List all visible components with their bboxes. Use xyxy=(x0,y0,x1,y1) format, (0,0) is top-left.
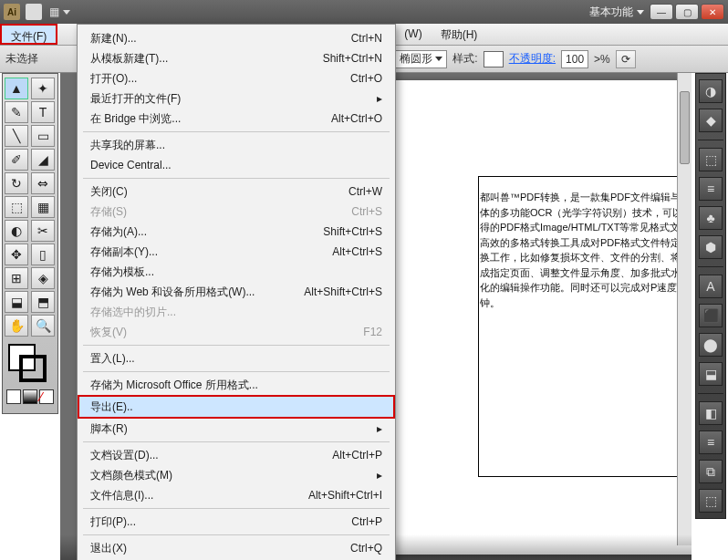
menu-item-label: 存储为 Web 和设备所用格式(W)... xyxy=(90,285,304,300)
recolor-artwork-icon[interactable]: ⟳ xyxy=(616,50,636,68)
menu-item[interactable]: 共享我的屏幕... xyxy=(78,135,395,155)
menu-item-label: 退出(X) xyxy=(90,541,350,556)
menu-item[interactable]: 存储副本(Y)...Alt+Ctrl+S xyxy=(78,242,395,262)
menu-item-label: 新建(N)... xyxy=(90,31,351,47)
minimize-button[interactable]: — xyxy=(650,4,673,20)
tool-button[interactable]: ╲ xyxy=(5,125,28,147)
vertical-scrollbar[interactable] xyxy=(677,73,692,545)
menu-item[interactable]: 置入(L)... xyxy=(78,348,395,368)
menu-separator xyxy=(83,345,390,346)
menu-item[interactable]: 打开(O)...Ctrl+O xyxy=(78,68,395,88)
tool-button[interactable]: ◢ xyxy=(31,149,55,171)
document-tab-icon[interactable] xyxy=(26,4,42,20)
panel-icon[interactable]: ♣ xyxy=(699,206,723,230)
menu-item-label: 置入(L)... xyxy=(90,351,382,367)
fill-stroke-swatch[interactable] xyxy=(5,344,56,384)
menu-item[interactable]: 打印(P)...Ctrl+P xyxy=(78,512,395,532)
style-swatch[interactable] xyxy=(484,51,504,67)
menu-item-label: 从模板新建(T)... xyxy=(90,51,323,67)
panel-icon[interactable]: ⧉ xyxy=(699,460,723,483)
panel-icon[interactable]: ⬚ xyxy=(699,148,723,171)
menu-item[interactable]: 导出(E).. xyxy=(78,395,395,419)
menu-item[interactable]: 存储为 Web 和设备所用格式(W)...Alt+Shift+Ctrl+S xyxy=(78,282,395,302)
tool-button[interactable]: ⇔ xyxy=(31,172,55,194)
menu-item[interactable]: 最近打开的文件(F)▸ xyxy=(78,88,395,109)
stroke-profile-field[interactable]: 椭圆形 xyxy=(395,50,447,68)
panel-icon[interactable]: ◧ xyxy=(699,401,723,425)
tool-button[interactable]: ✎ xyxy=(5,101,28,123)
opacity-label[interactable]: 不透明度: xyxy=(509,51,556,67)
tool-button[interactable]: ✋ xyxy=(5,315,28,337)
menu-item[interactable]: 存储为(A)...Shift+Ctrl+S xyxy=(78,222,395,242)
menu-window[interactable]: (W) xyxy=(395,24,431,45)
panel-icon[interactable]: ◑ xyxy=(699,79,723,103)
chevron-down-icon xyxy=(63,10,70,15)
tool-button[interactable]: ⬚ xyxy=(5,196,28,218)
color-mode-icon[interactable] xyxy=(6,389,21,404)
tool-button[interactable]: ✐ xyxy=(5,149,28,171)
menu-item[interactable]: 退出(X)Ctrl+Q xyxy=(78,538,395,558)
none-mode-icon[interactable]: ⁄ xyxy=(39,389,54,404)
arrange-documents-button[interactable]: ▦ xyxy=(49,5,70,18)
app-logo-icon: Ai xyxy=(4,4,20,20)
menu-separator xyxy=(83,508,390,509)
tool-button[interactable]: ⬒ xyxy=(31,291,55,313)
menu-help[interactable]: 帮助(H) xyxy=(432,24,487,45)
panel-icon[interactable]: ⬛ xyxy=(699,304,723,327)
opacity-field[interactable]: 100 xyxy=(561,50,588,68)
menu-item[interactable]: 从模板新建(T)...Shift+Ctrl+N xyxy=(78,48,395,68)
chevron-down-icon xyxy=(637,10,644,15)
panel-icon[interactable]: ≡ xyxy=(699,177,723,201)
panel-icon[interactable]: ⬓ xyxy=(699,362,723,386)
tool-button[interactable]: ◈ xyxy=(31,267,55,289)
tool-button[interactable]: ▯ xyxy=(31,244,55,265)
menu-item-label: 文档设置(D)... xyxy=(90,448,332,463)
menu-separator xyxy=(83,178,390,179)
tool-button[interactable]: ✦ xyxy=(31,78,55,99)
menu-item[interactable]: 存储为 Microsoft Office 所用格式... xyxy=(78,375,395,395)
menu-item[interactable]: 脚本(R)▸ xyxy=(78,419,395,439)
panel-icon[interactable]: ≡ xyxy=(699,430,723,454)
maximize-button[interactable]: ▢ xyxy=(675,4,699,20)
tool-button[interactable]: T xyxy=(31,101,55,123)
menu-item-shortcut: Shift+Ctrl+S xyxy=(323,225,382,238)
menu-item[interactable]: 在 Bridge 中浏览...Alt+Ctrl+O xyxy=(78,109,395,129)
tool-button[interactable]: 🔍 xyxy=(31,315,55,337)
tool-button[interactable]: ✂ xyxy=(31,220,55,242)
tool-button[interactable]: ↻ xyxy=(5,172,28,194)
menu-item-label: 打开(O)... xyxy=(90,71,350,87)
menu-item[interactable]: 关闭(C)Ctrl+W xyxy=(78,181,395,202)
menu-item-shortcut: Ctrl+O xyxy=(350,72,382,85)
tool-button[interactable]: ▦ xyxy=(31,196,55,218)
workspace-switcher[interactable]: 基本功能 xyxy=(589,5,644,20)
stroke-swatch[interactable] xyxy=(19,355,47,382)
menu-item[interactable]: 文件信息(I)...Alt+Shift+Ctrl+I xyxy=(78,485,395,505)
tool-button[interactable]: ◐ xyxy=(5,220,28,242)
tool-button[interactable]: ▭ xyxy=(31,125,55,147)
menu-item-shortcut: Ctrl+S xyxy=(351,205,382,218)
tool-button[interactable]: ⬓ xyxy=(5,291,28,313)
chevron-down-icon xyxy=(435,57,442,61)
menu-item-shortcut: Ctrl+Q xyxy=(350,542,382,555)
panel-icon[interactable]: ⬢ xyxy=(699,235,723,259)
right-panel-dock: ◑◆⬚≡♣⬢A⬛⬤⬓◧≡⧉⬚ xyxy=(695,73,726,519)
menu-item[interactable]: 新建(N)...Ctrl+N xyxy=(78,28,395,48)
menu-item-label: 最近打开的文件(F) xyxy=(90,91,377,107)
menu-item-shortcut: Ctrl+N xyxy=(351,32,382,45)
panel-icon[interactable]: ⬚ xyxy=(699,489,723,513)
menu-file[interactable]: 文件(F) xyxy=(0,24,57,45)
close-button[interactable]: ✕ xyxy=(701,4,724,20)
menu-item-shortcut: Ctrl+W xyxy=(348,185,382,198)
gradient-mode-icon[interactable] xyxy=(23,389,37,404)
scrollbar-thumb[interactable] xyxy=(680,91,690,164)
tool-button[interactable]: ▲ xyxy=(5,78,28,99)
tool-button[interactable]: ✥ xyxy=(5,244,28,265)
tool-button[interactable]: ⊞ xyxy=(5,267,28,289)
panel-icon[interactable]: A xyxy=(699,275,723,298)
panel-icon[interactable]: ⬤ xyxy=(699,333,723,357)
panel-icon[interactable]: ◆ xyxy=(699,109,723,132)
menu-item[interactable]: Device Central... xyxy=(78,155,395,175)
menu-item[interactable]: 文档颜色模式(M)▸ xyxy=(78,465,395,485)
menu-item[interactable]: 存储为模板... xyxy=(78,262,395,282)
menu-item[interactable]: 文档设置(D)...Alt+Ctrl+P xyxy=(78,445,395,465)
